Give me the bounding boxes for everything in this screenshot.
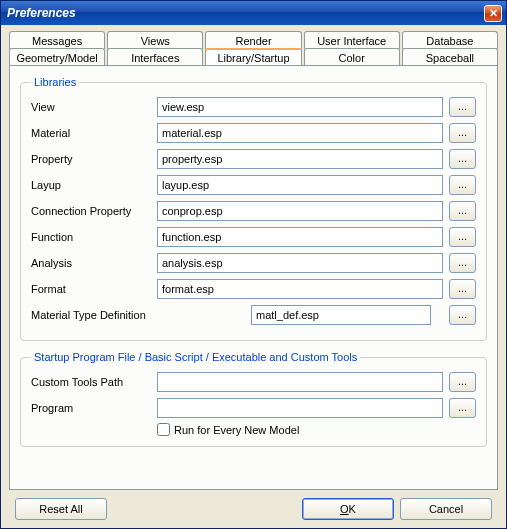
browse-format[interactable]: ... — [449, 279, 476, 299]
label-view: View — [31, 101, 157, 113]
tab-panel-library-startup: Libraries View...Material...Property...L… — [9, 65, 498, 490]
input-view[interactable] — [157, 97, 443, 117]
label-format: Format — [31, 283, 157, 295]
label-analysis: Analysis — [31, 257, 157, 269]
input-analysis[interactable] — [157, 253, 443, 273]
group-startup-legend: Startup Program File / Basic Script / Ex… — [31, 351, 360, 363]
browse-property[interactable]: ... — [449, 149, 476, 169]
tab-database[interactable]: Database — [402, 31, 498, 49]
input-format[interactable] — [157, 279, 443, 299]
window-title: Preferences — [7, 6, 76, 20]
close-button[interactable]: ✕ — [484, 5, 502, 22]
browse-program[interactable]: ... — [449, 398, 476, 418]
tab-render[interactable]: Render — [205, 31, 301, 49]
browse-analysis[interactable]: ... — [449, 253, 476, 273]
browse-material-type-definition[interactable]: ... — [449, 305, 476, 325]
tab-geometry-model[interactable]: Geometry/Model — [9, 48, 105, 66]
input-material[interactable] — [157, 123, 443, 143]
content-area: Messages Views Render User Interface Dat… — [1, 25, 506, 528]
input-material-type-definition[interactable] — [251, 305, 431, 325]
bottom-button-bar: Reset All OK Cancel — [9, 490, 498, 520]
label-property: Property — [31, 153, 157, 165]
tab-library-startup[interactable]: Library/Startup — [205, 48, 301, 66]
tab-row-2: Geometry/Model Interfaces Library/Startu… — [9, 48, 498, 66]
browse-custom-tools-path[interactable]: ... — [449, 372, 476, 392]
cancel-button[interactable]: Cancel — [400, 498, 492, 520]
tab-spaceball[interactable]: Spaceball — [402, 48, 498, 66]
tab-messages[interactable]: Messages — [9, 31, 105, 49]
label-function: Function — [31, 231, 157, 243]
tab-user-interface[interactable]: User Interface — [304, 31, 400, 49]
group-libraries: Libraries View...Material...Property...L… — [20, 76, 487, 341]
checkbox-run-every-new-model[interactable] — [157, 423, 170, 436]
browse-connection-property[interactable]: ... — [449, 201, 476, 221]
input-layup[interactable] — [157, 175, 443, 195]
group-libraries-legend: Libraries — [31, 76, 79, 88]
browse-view[interactable]: ... — [449, 97, 476, 117]
browse-function[interactable]: ... — [449, 227, 476, 247]
tab-views[interactable]: Views — [107, 31, 203, 49]
titlebar: Preferences ✕ — [1, 1, 506, 25]
label-connection-property: Connection Property — [31, 205, 157, 217]
preferences-window: Preferences ✕ Messages Views Render User… — [0, 0, 507, 529]
input-function[interactable] — [157, 227, 443, 247]
label-run-every-new-model: Run for Every New Model — [174, 424, 299, 436]
label-material: Material — [31, 127, 157, 139]
input-connection-property[interactable] — [157, 201, 443, 221]
reset-all-button[interactable]: Reset All — [15, 498, 107, 520]
label-material-type-definition: Material Type Definition — [31, 309, 251, 321]
browse-layup[interactable]: ... — [449, 175, 476, 195]
input-custom-tools-path[interactable] — [157, 372, 443, 392]
tab-color[interactable]: Color — [304, 48, 400, 66]
label-program: Program — [31, 402, 157, 414]
ok-button[interactable]: OK — [302, 498, 394, 520]
tab-interfaces[interactable]: Interfaces — [107, 48, 203, 66]
group-startup: Startup Program File / Basic Script / Ex… — [20, 351, 487, 447]
input-program[interactable] — [157, 398, 443, 418]
label-layup: Layup — [31, 179, 157, 191]
input-property[interactable] — [157, 149, 443, 169]
tab-row-1: Messages Views Render User Interface Dat… — [9, 31, 498, 49]
browse-material[interactable]: ... — [449, 123, 476, 143]
label-custom-tools-path: Custom Tools Path — [31, 376, 157, 388]
